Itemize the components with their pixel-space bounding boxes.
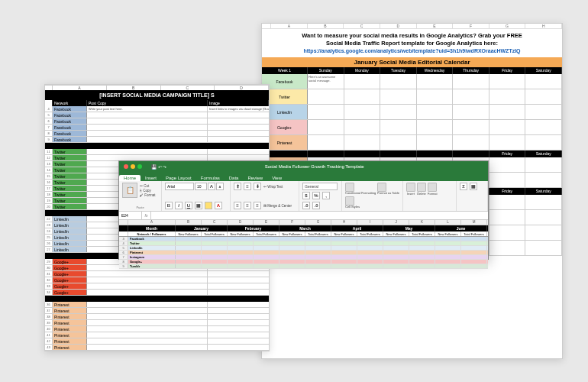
percent-icon[interactable]: % <box>312 192 320 199</box>
italic-button[interactable]: I <box>175 202 183 209</box>
table-row[interactable]: 9Tumblr <box>119 264 488 269</box>
table-row[interactable]: 11Twitter <box>45 149 269 155</box>
bold-button[interactable]: B <box>165 202 173 209</box>
cells-group: Insert Delete Format <box>403 181 457 211</box>
table-row[interactable]: 37Pinterest <box>45 308 269 314</box>
table-row[interactable]: 41Pinterest <box>45 332 269 338</box>
styles-group: Conditional Formatting Format as Table C… <box>342 181 403 211</box>
font-color-icon[interactable]: A <box>215 202 222 209</box>
minimize-icon[interactable] <box>131 164 135 169</box>
delete-cells-icon[interactable] <box>417 183 426 192</box>
align-right-icon[interactable]: ≡ <box>254 202 261 209</box>
ribbon-tab-review[interactable]: Review <box>243 175 267 181</box>
table-row[interactable]: 32Google+ <box>45 277 269 283</box>
font-size-input[interactable] <box>195 183 207 190</box>
number-format-dropdown[interactable]: General <box>302 183 338 190</box>
week-header: Week 1SundayMondayTuesdayWednesdayThursd… <box>262 67 562 74</box>
promo-text: Want to measure your social media result… <box>262 29 562 57</box>
quick-access-toolbar[interactable]: 💾 ↶ ↷ <box>147 164 171 170</box>
promo-link[interactable]: https://analytics.google.com/analytics/w… <box>271 47 553 54</box>
fill-icon[interactable]: ▦ <box>470 183 477 190</box>
titlebar: 💾 ↶ ↷ Social Media Follower Growth Track… <box>119 161 488 172</box>
merge-center-button[interactable]: ⊞ Merge & Center <box>263 204 292 208</box>
font-group: A A B I U ▦ A <box>162 181 231 211</box>
number-group: General $ % , .0 .0 <box>299 181 342 211</box>
editing-group: Σ ▦ <box>457 181 488 211</box>
dec-decimal-icon[interactable]: .0 <box>312 202 320 209</box>
campaign-headers: Network Post Copy Image <box>45 100 269 106</box>
autosum-icon[interactable]: Σ <box>460 183 467 190</box>
inc-decimal-icon[interactable]: .0 <box>302 202 310 209</box>
calendar-row[interactable]: Google+ <box>262 120 562 135</box>
format-painter-button[interactable]: 🖌 Format <box>140 193 156 197</box>
table-row[interactable]: 6Facebook <box>45 118 269 125</box>
months-row: MonthJanuaryFebruaryMarchAprilMayJune <box>119 225 488 231</box>
insert-cells-icon[interactable] <box>406 183 415 192</box>
align-mid-icon[interactable]: ≡ <box>244 183 251 190</box>
ribbon-tab-view[interactable]: View <box>267 175 286 181</box>
table-row[interactable]: 39Pinterest <box>45 320 269 326</box>
table-row[interactable]: 9Facebook <box>45 137 269 143</box>
month-title: January Social Media Editorial Calendar <box>262 57 562 67</box>
table-row[interactable]: 5Facebook <box>45 112 269 118</box>
follower-tracking-window: 💾 ↶ ↷ Social Media Follower Growth Track… <box>118 160 489 260</box>
align-left-icon[interactable]: ≡ <box>234 202 241 209</box>
table-row[interactable]: 40Pinterest <box>45 326 269 332</box>
table-row[interactable]: 36Pinterest <box>45 302 269 308</box>
subheader-row: Network / FollowersNew FollowersTotal Fo… <box>119 231 488 237</box>
table-row[interactable]: 33Google+ <box>45 283 269 290</box>
table-row[interactable]: 31Google+ <box>45 271 269 277</box>
border-icon[interactable]: ▦ <box>195 202 202 209</box>
calendar-row[interactable]: FacebookHere's an awesome social message… <box>262 74 562 89</box>
ribbon-tab-insert[interactable]: Insert <box>141 175 161 181</box>
formula-bar[interactable]: E24 fx <box>119 212 488 220</box>
increase-font-icon[interactable]: A <box>208 183 215 190</box>
align-top-icon[interactable]: ⬆ <box>234 183 241 190</box>
ribbon-tab-page-layout[interactable]: Page Layout <box>161 175 196 181</box>
ribbon-tab-data[interactable]: Data <box>225 175 244 181</box>
window-title: Social Media Follower Growth Tracking Te… <box>171 164 457 169</box>
close-icon[interactable] <box>124 164 128 169</box>
table-row[interactable]: 34Google+ <box>45 290 269 296</box>
formula-input[interactable] <box>151 212 488 219</box>
campaign-title: [INSERT SOCIAL MEDIA CAMPAIGN TITLE] S <box>45 90 269 100</box>
fill-color-icon[interactable] <box>205 202 212 209</box>
align-bottom-icon[interactable]: ⬇ <box>254 183 261 190</box>
comma-icon[interactable]: , <box>322 192 330 199</box>
currency-icon[interactable]: $ <box>302 192 310 199</box>
table-row[interactable]: 42Pinterest <box>45 338 269 345</box>
table-row[interactable]: 8Facebook <box>45 131 269 137</box>
table-row[interactable]: 43Pinterest <box>45 345 269 351</box>
wrap-text-button[interactable]: ↩ Wrap Text <box>263 185 283 189</box>
format-cells-icon[interactable] <box>428 183 437 192</box>
column-headers[interactable]: ABCDEFGHIJKLM <box>119 220 488 225</box>
table-row[interactable]: 7Facebook <box>45 125 269 131</box>
clipboard-group: 📋 ✂ Cut ⎘ Copy 🖌 Format Paste <box>119 181 162 211</box>
calendar-row[interactable]: Twitter <box>262 89 562 105</box>
ribbon-tab-home[interactable]: Home <box>119 175 141 181</box>
column-headers: ABCDEFGH <box>262 24 562 29</box>
cut-button[interactable]: ✂ Cut <box>140 184 156 188</box>
ribbon[interactable]: 📋 ✂ Cut ⎘ Copy 🖌 Format Paste A A B I U <box>119 181 488 212</box>
name-box[interactable]: E24 <box>119 212 142 219</box>
fx-icon[interactable]: fx <box>142 212 151 219</box>
table-row[interactable]: 4FacebookWrite your post text here.Inser… <box>45 106 269 112</box>
alignment-group: ⬆ ≡ ⬇ ↩ Wrap Text ≡ ≡ ≡ ⊞ Merge & Center <box>231 181 299 211</box>
table-row[interactable]: 38Pinterest <box>45 314 269 320</box>
ribbon-tabs[interactable]: HomeInsertPage LayoutFormulasDataReviewV… <box>119 172 488 181</box>
font-name-input[interactable] <box>165 183 194 190</box>
paste-icon[interactable]: 📋 <box>122 183 137 198</box>
calendar-row[interactable]: LinkedIn <box>262 105 562 120</box>
decrease-font-icon[interactable]: A <box>216 183 224 190</box>
maximize-icon[interactable] <box>137 164 142 169</box>
column-headers: ABCD <box>45 85 269 90</box>
copy-button[interactable]: ⎘ Copy <box>140 189 156 193</box>
calendar-row[interactable]: Pinterest <box>262 135 562 151</box>
align-center-icon[interactable]: ≡ <box>244 202 251 209</box>
week-header: FridaySaturday <box>262 151 562 157</box>
ribbon-tab-formulas[interactable]: Formulas <box>196 175 225 181</box>
underline-button[interactable]: U <box>185 202 192 209</box>
